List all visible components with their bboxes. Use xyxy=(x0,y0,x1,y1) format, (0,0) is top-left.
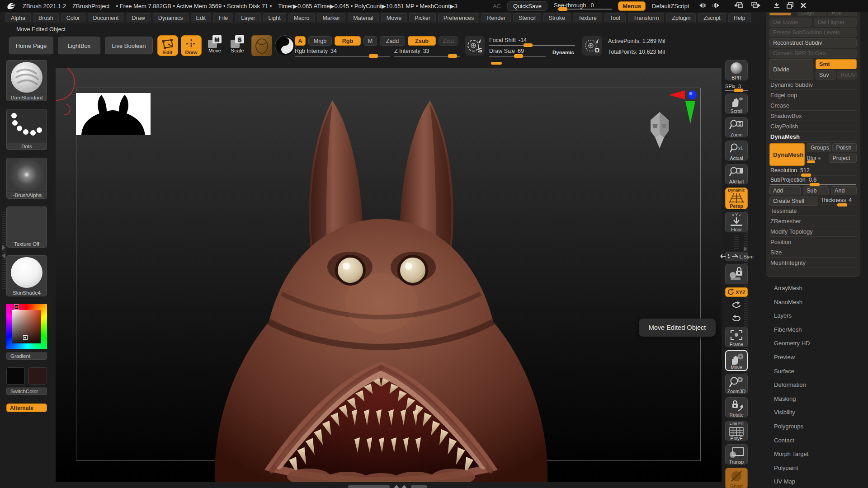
close-icon[interactable] xyxy=(800,2,807,10)
canvas-scrollbar[interactable] xyxy=(348,484,427,488)
scroll-arrow-icon[interactable] xyxy=(393,485,400,488)
menu-marker[interactable]: Marker xyxy=(317,13,345,23)
alternate-button[interactable]: Alternate xyxy=(6,404,47,412)
and-button[interactable]: And xyxy=(831,186,857,195)
lsym-button[interactable]: L.Sym xyxy=(725,252,748,261)
panel-section-position[interactable]: Position xyxy=(769,237,857,247)
aahalf-button[interactable]: AAHalf xyxy=(725,164,748,185)
menu-transform[interactable]: Transform xyxy=(628,13,665,23)
menu-texture[interactable]: Texture xyxy=(573,13,602,23)
dynamic-mode-label[interactable]: Dynamic xyxy=(552,50,574,55)
menu-movie[interactable]: Movie xyxy=(381,13,407,23)
subpalette-layers[interactable]: Layers xyxy=(774,312,792,319)
menu-file[interactable]: File xyxy=(213,13,233,23)
tray-item-texture-blank[interactable]: Texture Off xyxy=(6,206,48,248)
project-button[interactable]: Project xyxy=(829,154,857,163)
reconstruct-subdiv-button[interactable]: Reconstruct Subdiv xyxy=(769,38,857,47)
quicksave-button[interactable]: QuickSave xyxy=(507,1,547,11)
default-zscript-button[interactable]: DefaultZScript xyxy=(652,3,689,9)
smt-button[interactable]: Smt xyxy=(816,59,857,69)
subpalette-polypaint[interactable]: Polypaint xyxy=(774,465,798,471)
menu-render[interactable]: Render xyxy=(481,13,511,23)
zoom3d-button[interactable]: Zoom3D xyxy=(725,374,748,394)
create-shell-button[interactable]: Create Shell xyxy=(769,197,818,206)
menu-stroke[interactable]: Stroke xyxy=(543,13,571,23)
add-button[interactable]: Add xyxy=(769,186,801,195)
subpalette-arraymesh[interactable]: ArrayMesh xyxy=(774,285,802,291)
stroke-picker-icon[interactable]: S xyxy=(465,36,485,56)
scale-gyro-button[interactable]: SScale xyxy=(227,35,248,58)
rotate-z-icon[interactable] xyxy=(725,313,748,324)
tray-expand-icon[interactable] xyxy=(2,245,5,250)
menu-layer[interactable]: Layer xyxy=(236,13,260,23)
document-canvas[interactable] xyxy=(56,68,722,482)
menu-help[interactable]: Help xyxy=(728,13,751,23)
lightbox-button[interactable]: LightBox xyxy=(58,37,100,55)
panel-button[interactable]: Del Higher xyxy=(814,18,857,27)
mrgb-button[interactable]: Mrgb xyxy=(308,36,332,46)
convert-bpr-to-geo-button[interactable]: Convert BPR To Geo xyxy=(769,49,857,58)
prev-document-icon[interactable] xyxy=(732,2,744,10)
shelf-scroll-handle[interactable] xyxy=(491,62,502,65)
next-document-icon[interactable] xyxy=(750,2,762,10)
alpha-modifier-button[interactable]: A xyxy=(295,36,306,46)
menu-zscript[interactable]: Zscript xyxy=(698,13,726,23)
tray-collapse-icon[interactable] xyxy=(2,253,5,258)
transp-button[interactable]: Transp xyxy=(725,444,748,465)
menu-document[interactable]: Document xyxy=(88,13,124,23)
panel-section-crease[interactable]: Crease xyxy=(769,100,857,111)
color-swatch[interactable] xyxy=(28,367,47,385)
polyf-button[interactable]: Line FillPolyF xyxy=(725,421,748,441)
menu-picker[interactable]: Picker xyxy=(409,13,436,23)
suv-button[interactable]: Suv xyxy=(816,70,835,80)
subpalette-contact[interactable]: Contact xyxy=(774,437,794,444)
menu-color[interactable]: Color xyxy=(61,13,85,23)
edit-mode-button[interactable]: Edit xyxy=(157,35,178,56)
current-tool-preview[interactable] xyxy=(251,35,272,56)
persp-button[interactable]: DynamicPersp xyxy=(725,188,748,209)
minimize-icon[interactable] xyxy=(773,2,780,10)
tray-item-material-sphere[interactable]: SkinShade4 xyxy=(6,255,48,296)
focal-shift-slider[interactable]: Focal Shift-14 xyxy=(489,37,575,46)
rotate-button[interactable]: Rotate xyxy=(725,397,748,418)
panel-section-shadowbox[interactable]: ShadowBox xyxy=(769,111,857,121)
color-swatch[interactable] xyxy=(6,367,25,385)
groups-button[interactable]: Groups xyxy=(807,143,831,152)
rgb-intensity-slider[interactable]: Rgb Intensity34 xyxy=(295,48,390,56)
frame-button[interactable]: Frame xyxy=(725,327,748,347)
tray-item-color-swatches[interactable]: SwitchColor xyxy=(6,367,48,395)
blur-slider[interactable]: Blur xyxy=(807,155,828,161)
panel-section-size[interactable]: Size xyxy=(769,247,857,258)
zsub-button[interactable]: Zsub xyxy=(408,36,436,46)
subpalette-preview[interactable]: Preview xyxy=(774,354,795,361)
subpalette-uv-map[interactable]: UV Map xyxy=(774,478,795,485)
menu-light[interactable]: Light xyxy=(263,13,286,23)
menu-tool[interactable]: Tool xyxy=(604,13,626,23)
subpalette-nanomesh[interactable]: NanoMesh xyxy=(774,299,802,305)
rotate-y-icon[interactable] xyxy=(725,300,748,310)
sub-button[interactable]: Sub xyxy=(803,186,829,195)
move-gyro-button[interactable]: MMove xyxy=(204,35,225,58)
menu-macro[interactable]: Macro xyxy=(288,13,315,23)
resolution-slider[interactable]: Resolution512 xyxy=(769,166,857,175)
subpalette-masking[interactable]: Masking xyxy=(774,395,796,402)
divide-button[interactable]: Divide xyxy=(769,59,813,80)
menu-brush[interactable]: Brush xyxy=(33,13,59,23)
subprojection-slider[interactable]: SubProjection0.6 xyxy=(769,175,857,185)
subpalette-deformation[interactable]: Deformation xyxy=(774,381,806,388)
menu-material[interactable]: Material xyxy=(348,13,378,23)
live-boolean-button[interactable]: Live Boolean xyxy=(105,37,153,55)
tray-item-stroke-dots[interactable]: Dots xyxy=(6,109,48,150)
menu-draw[interactable]: Draw xyxy=(127,13,151,23)
camera-lock[interactable] xyxy=(725,264,748,285)
panel-section-modify-topology[interactable]: Modify Topology xyxy=(769,226,857,237)
tray-item-alpha-radial[interactable]: ~BrushAlpha xyxy=(6,158,48,199)
color-picker-area[interactable] xyxy=(6,304,47,349)
tray-item-brush-sphere[interactable]: DamStandard xyxy=(6,60,48,101)
m-button[interactable]: M xyxy=(363,36,377,46)
axis-orientation-widget[interactable] xyxy=(669,89,705,125)
menus-button[interactable]: Menus xyxy=(618,1,646,11)
project-name[interactable]: ZBrushProject xyxy=(72,3,109,9)
dots-falloff-icon[interactable]: D xyxy=(582,36,602,56)
see-through-slider[interactable]: See-through0 xyxy=(554,2,612,10)
